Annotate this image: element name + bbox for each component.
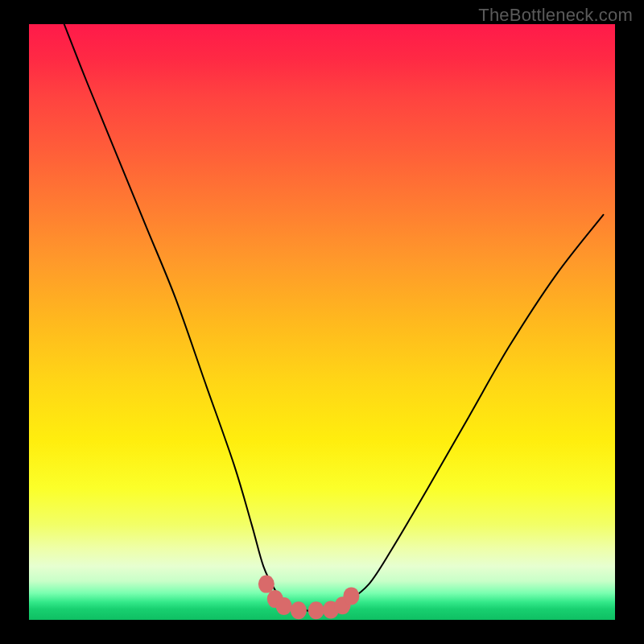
minimum-marker	[343, 587, 359, 605]
curve-layer	[29, 24, 615, 620]
bottleneck-curve	[64, 24, 604, 611]
minimum-marker	[258, 576, 275, 593]
plot-area	[29, 24, 615, 620]
chart-frame: TheBottleneck.com	[0, 0, 644, 644]
minimum-marker	[308, 601, 324, 619]
watermark-text: TheBottleneck.com	[478, 5, 633, 26]
bottleneck-curve-path	[64, 24, 604, 611]
minimum-marker	[276, 597, 292, 615]
minimum-marker	[291, 601, 307, 619]
minimum-markers	[258, 576, 360, 620]
